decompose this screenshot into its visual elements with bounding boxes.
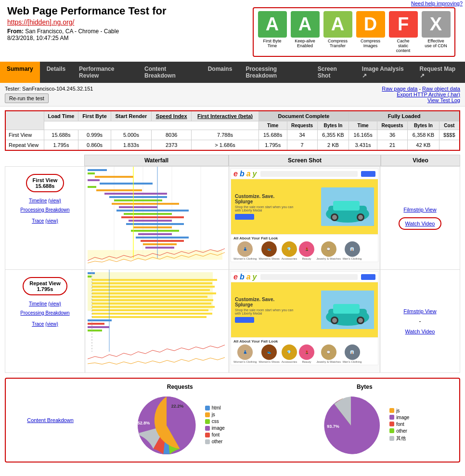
content-breakdown-label: Content Breakdown: [11, 417, 90, 423]
bytes-chart-title: Bytes: [357, 383, 373, 390]
svg-rect-13: [109, 196, 167, 198]
tester-info: Tester: SanFrancisco-104.245.32.151: [5, 86, 93, 92]
repeat-view-trace-link[interactable]: Trace: [32, 321, 44, 327]
svg-rect-42: [88, 272, 95, 274]
nav-content-breakdown[interactable]: Content Breakdown: [138, 62, 201, 83]
nav-processing-breakdown[interactable]: Processing Breakdown: [239, 62, 310, 83]
repeat-view-info: Repeat View 1.795s Timeline (view) Proce…: [5, 270, 85, 372]
first-view-video: Filmstrip View Watch Video: [380, 167, 460, 269]
grade-letter-a1: A: [258, 11, 287, 38]
svg-point-69: [358, 318, 363, 323]
nav-screen-shot[interactable]: Screen Shot: [311, 62, 355, 83]
requests-legend: html js css image font other: [205, 405, 225, 446]
svg-rect-51: [92, 303, 211, 304]
nav-performance-review[interactable]: Performance Review: [72, 62, 138, 83]
content-breakdown-link[interactable]: Content Breakdown: [27, 417, 74, 423]
repeat-view-label: Repeat View 1.795s: [23, 277, 67, 295]
svg-rect-16: [119, 206, 157, 208]
requests-chart: Requests: [135, 383, 225, 457]
repeat-view-load-time: 1.795s: [44, 140, 78, 151]
grade-compress-images: D CompressImages: [355, 11, 386, 53]
svg-rect-22: [133, 226, 172, 228]
first-view-trace-view[interactable]: (view): [45, 218, 58, 224]
svg-rect-58: [88, 326, 109, 328]
svg-rect-50: [92, 299, 213, 301]
waterfall-header: Waterfall: [84, 155, 229, 166]
repeat-view-video: Filmstrip View - Watch Video: [380, 270, 460, 372]
nav-summary[interactable]: Summary: [0, 62, 40, 83]
requests-pie: 52.8% 22.2%: [135, 394, 198, 457]
svg-rect-11: [96, 189, 142, 191]
repeat-view-doc-time: 1.795s: [258, 140, 287, 151]
svg-rect-8: [88, 179, 100, 181]
first-view-first-interactive: 7.788s: [192, 130, 259, 140]
col-doc-time: Time: [258, 121, 287, 130]
svg-rect-18: [124, 213, 172, 215]
first-view-waterfall: [85, 167, 229, 269]
waterfall-svg-2: [85, 270, 227, 371]
results-table: Load Time First Byte Start Render Speed …: [5, 110, 460, 151]
svg-rect-14: [114, 199, 162, 201]
repeat-view-timeline-view[interactable]: (view): [48, 301, 61, 306]
repeat-view-doc-bytes: 2 KB: [317, 140, 349, 151]
grades-panel: A First ByteTime A Keep-aliveEnabled A C…: [253, 7, 455, 57]
svg-rect-46: [92, 286, 215, 288]
export-http-link[interactable]: Export HTTP Archive (.har): [397, 92, 460, 97]
grade-letter-a2: A: [291, 11, 320, 38]
nav-request-map[interactable]: Request Map ↗: [413, 62, 465, 83]
first-view-doc-bytes: 6,355 KB: [317, 130, 349, 140]
first-view-processing-link[interactable]: Processing Breakdown: [20, 207, 69, 212]
svg-rect-41: [88, 272, 213, 311]
doc-complete-header: Document Complete: [258, 111, 349, 121]
repeat-view-timeline-link[interactable]: Timeline: [29, 301, 47, 306]
first-view-timeline-link[interactable]: Timeline: [29, 198, 47, 203]
watch-video-link-2[interactable]: Watch Video: [405, 329, 435, 334]
filmstrip-view-link-2[interactable]: Filmstrip View: [403, 308, 436, 314]
grade-label-compress-transfer: CompressTransfer: [328, 39, 348, 48]
col-first-interactive[interactable]: First Interactive (beta): [192, 111, 259, 121]
svg-point-67: [332, 318, 337, 323]
raw-page-data-link[interactable]: Raw page data: [382, 86, 417, 92]
grade-label-compress-images: CompressImages: [361, 39, 380, 48]
watch-video-button-1[interactable]: Watch Video: [399, 217, 442, 230]
repeat-view-trace-view[interactable]: (view): [45, 321, 58, 327]
first-view-screenshot: ebay Customize. Save. Splurge Shop the s…: [229, 167, 380, 269]
repeat-view-fl-time: 3.431s: [349, 140, 377, 151]
rerun-button[interactable]: Re-run the test: [5, 93, 49, 103]
col-fl-time: Time: [349, 121, 377, 130]
svg-rect-26: [141, 240, 184, 242]
tester-bar: Tester: SanFrancisco-104.245.32.151 Re-r…: [0, 83, 465, 106]
repeat-view-processing-link[interactable]: Processing Breakdown: [20, 310, 69, 316]
help-link[interactable]: Need help improving?: [411, 0, 463, 7]
first-view-fl-time: 16.165s: [349, 130, 377, 140]
grade-letter-x: X: [422, 11, 451, 38]
repeat-view-speed-index: 2373: [152, 140, 192, 151]
svg-rect-56: [88, 319, 112, 321]
filmstrip-view-link-1[interactable]: Filmstrip View: [403, 207, 436, 212]
table-row: Repeat View 1.795s 0.860s 1.833s 2373 > …: [5, 140, 460, 151]
svg-rect-6: [88, 172, 95, 174]
svg-rect-10: [88, 186, 96, 188]
page-url[interactable]: https://[hidden].ng.org/: [7, 18, 167, 26]
raw-object-data-link[interactable]: Raw object data: [422, 86, 460, 92]
repeat-view-screenshot: ebay Customize. Save. Splurge Shop the s…: [229, 270, 380, 372]
svg-rect-45: [92, 282, 212, 284]
nav-domains[interactable]: Domains: [201, 62, 239, 83]
first-view-doc-time: 15.688s: [258, 130, 287, 140]
repeat-view-first-interactive: > 1.686s: [192, 140, 259, 151]
svg-rect-48: [92, 292, 216, 294]
from-label: From:: [7, 28, 24, 35]
repeat-view-fl-requests: 21: [377, 140, 407, 151]
svg-rect-57: [88, 323, 104, 325]
nav-details[interactable]: Details: [40, 62, 72, 83]
svg-rect-29: [88, 250, 222, 260]
first-view-timeline-view[interactable]: (view): [48, 198, 61, 203]
col-fl-requests: Requests: [377, 121, 407, 130]
nav-image-analysis[interactable]: Image Analysis ↗: [355, 62, 413, 83]
first-view-trace-link[interactable]: Trace: [32, 218, 44, 224]
svg-rect-52: [92, 306, 215, 308]
svg-rect-15: [112, 203, 179, 205]
col-speed-index[interactable]: Speed Index: [152, 111, 192, 121]
view-test-log-link[interactable]: View Test Log: [427, 97, 460, 103]
first-view-fl-cost: $$$$: [439, 130, 460, 140]
